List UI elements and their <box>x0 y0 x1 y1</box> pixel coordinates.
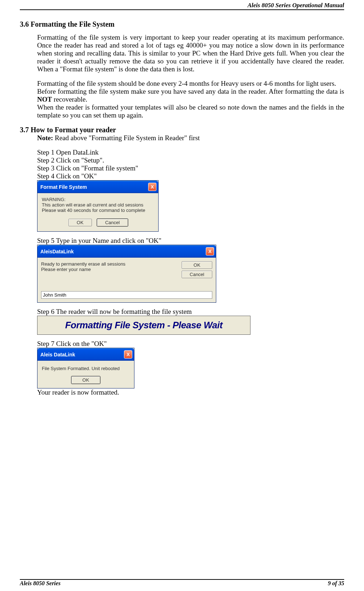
step-6: Step 6 The reader will now be formatting… <box>37 308 344 316</box>
format-dialog: Format File System X WARNING: This actio… <box>37 180 159 232</box>
close-icon[interactable]: X <box>206 247 214 255</box>
section-title: How to Format your reader <box>31 126 116 134</box>
section-title: Formatting the File System <box>31 20 115 28</box>
close-icon[interactable]: X <box>124 350 132 359</box>
cancel-button[interactable]: Cancel <box>97 219 128 226</box>
cancel-button[interactable]: Cancel <box>182 271 212 278</box>
ok-button[interactable]: OK <box>71 376 101 384</box>
warning-text: Please wait 40 seconds for command to co… <box>42 208 155 213</box>
dialog-title: Format File System <box>40 184 87 190</box>
warning-label: WARNING: <box>42 197 155 202</box>
ok-button[interactable]: OK <box>182 261 212 269</box>
page-header: Aleis 8050 Series Operational Manual <box>20 2 344 10</box>
formatting-banner: Formatting File System - Please Wait <box>37 316 250 335</box>
titlebar: AleisDataLink X <box>37 245 216 258</box>
section-3-6-heading: 3.6 Formatting the File System <box>20 20 344 28</box>
completed-dialog: Aleis DataLink X File System Formatted. … <box>37 348 134 388</box>
section-num: 3.7 <box>20 126 29 134</box>
dialog-text: Please enter your name <box>41 267 125 272</box>
step-3: Step 3 Click on "Format file system" <box>37 164 344 172</box>
paragraph: Formatting of the file system should be … <box>37 80 344 88</box>
page-footer: Aleis 8050 Series 9 of 35 <box>20 579 344 587</box>
paragraph: When the reader is formatted your templa… <box>37 103 344 119</box>
warning-text: This action will erase all current and o… <box>42 202 155 208</box>
final-text: Your reader is now formatted. <box>37 388 344 396</box>
step-1: Step 1 Open DataLink <box>37 148 344 156</box>
titlebar: Aleis DataLink X <box>37 348 134 361</box>
titlebar: Format File System X <box>37 181 158 193</box>
ok-button[interactable]: OK <box>68 219 92 226</box>
step-5: Step 5 Type in your Name and click on "O… <box>37 237 344 245</box>
section-num: 3.6 <box>20 20 29 28</box>
footer-left: Aleis 8050 Series <box>20 580 61 587</box>
dialog-message: File System Formatted. Unit rebooted <box>42 366 130 371</box>
paragraph: Formatting of the file system is very im… <box>37 34 344 73</box>
step-4: Step 4 Click on "OK" <box>37 172 344 180</box>
datalink-dialog: AleisDataLink X Ready to permanently era… <box>37 245 216 303</box>
footer-right: 9 of 35 <box>328 580 344 587</box>
dialog-text: Ready to permanently erase all sessions <box>41 261 125 267</box>
name-input[interactable] <box>41 291 212 299</box>
dialog-title: Aleis DataLink <box>40 352 75 357</box>
section-3-7-heading: 3.7 How to Format your reader <box>20 126 344 134</box>
step-7: Step 7 Click on the "OK" <box>37 340 344 348</box>
note-line: Note: Read above "Formatting File System… <box>37 134 344 142</box>
step-2: Step 2 Click on "Setup". <box>37 156 344 164</box>
banner-text: Formatting File System - Please Wait <box>41 320 247 331</box>
dialog-title: AleisDataLink <box>40 249 74 254</box>
close-icon[interactable]: X <box>148 183 156 191</box>
paragraph: Before formatting the file system make s… <box>37 88 344 103</box>
